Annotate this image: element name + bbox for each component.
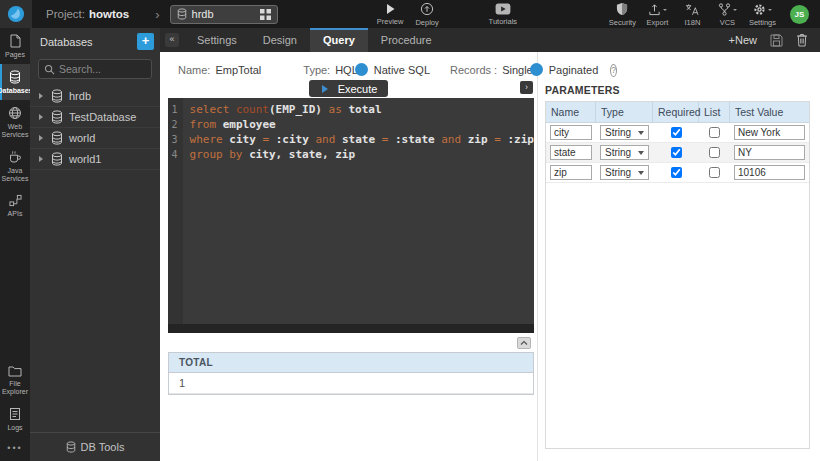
database-list-item[interactable]: hrdb [30,86,160,107]
param-testvalue-input[interactable] [734,125,805,140]
param-type-select[interactable]: String [600,125,649,140]
new-query-button[interactable]: +New [729,34,757,46]
param-required-checkbox[interactable] [671,147,682,158]
param-type-value: String [605,167,631,178]
databases-panel: Databases + hrdbTestDatabaseworldworld1 … [30,28,160,461]
param-required-cell [653,127,699,138]
param-name-input[interactable] [550,125,592,140]
topbar-action-deploy[interactable]: Deploy [411,0,444,28]
user-avatar[interactable]: JS [790,5,809,24]
topbar-action-preview[interactable]: Preview [374,0,407,28]
param-type-select[interactable]: String [600,165,649,180]
add-database-button[interactable]: + [137,33,154,50]
expand-caret-icon[interactable] [39,93,46,99]
database-icon [51,131,63,145]
code-token: total [348,103,381,116]
database-search-input[interactable] [59,63,146,75]
main-content: « SettingsDesignQueryProcedure +New Name… [160,28,820,461]
api-icon [9,194,22,207]
rail-bottom-group: File ExplorerLogs [0,359,30,437]
topbar-action-label: Deploy [415,18,438,27]
database-list-item[interactable]: world [30,128,160,149]
databases-panel-title: Databases [40,36,137,48]
database-selector[interactable]: hrdb [170,5,278,24]
sidebar-item-apis[interactable]: APIs [0,188,30,223]
topbar-action-tutorials[interactable]: Tutorials [486,0,520,28]
code-token: state [342,133,382,146]
param-row: String [546,123,809,143]
database-list-item[interactable]: TestDatabase [30,107,160,128]
records-label: Records : [450,64,497,76]
expand-caret-icon[interactable] [39,156,46,162]
param-list-checkbox[interactable] [709,147,720,158]
play-icon [385,3,396,15]
param-name-input[interactable] [550,165,592,180]
parameters-header-row: NameTypeRequiredListTest Value [546,102,809,123]
page-icon [9,34,21,48]
database-list-item[interactable]: world1 [30,149,160,170]
topbar-actions-right-items: SecurityExportI18NVCSSettings [606,0,779,28]
param-type-select[interactable]: String [600,145,649,160]
logs-icon [9,407,21,421]
execute-button[interactable]: Execute [309,80,389,97]
tab-procedure[interactable]: Procedure [368,28,445,52]
param-list-checkbox[interactable] [709,167,720,178]
tab-settings[interactable]: Settings [184,28,250,52]
tab-design[interactable]: Design [250,28,310,52]
param-list-checkbox[interactable] [709,127,720,138]
records-toggle-knob [530,63,543,76]
topbar-actions-left: PreviewDeployTutorials [374,0,520,28]
expand-caret-icon[interactable] [39,135,46,141]
topbar-action-security[interactable]: Security [606,0,639,28]
sidebar-item-databases[interactable]: Databases [0,64,30,100]
param-required-checkbox[interactable] [671,127,682,138]
sidebar-item-file-explorer[interactable]: File Explorer [0,359,30,401]
collapse-panel-button[interactable]: « [165,33,179,47]
sidebar-item-label: Java Services [2,167,29,183]
save-icon[interactable] [770,34,783,47]
sidebar-item-web-services[interactable]: Web Services [0,100,30,144]
sql-editor[interactable]: 1234 select count(EMP_ID) as totalfrom e… [168,98,534,333]
code-token: (EMP_ID) [269,103,329,116]
databases-panel-header: Databases + [30,28,160,55]
type-toggle-knob [355,63,368,76]
param-testvalue-input[interactable] [734,165,805,180]
code-token: = [382,133,395,146]
expand-caret-icon[interactable] [39,114,46,120]
collapse-results-button[interactable] [517,337,531,349]
param-list-cell [699,127,730,138]
param-testvalue-cell [730,125,809,140]
param-list-cell [699,167,730,178]
editor-h-scrollbar[interactable] [168,324,534,333]
rail-overflow-button[interactable]: ••• [0,437,30,461]
expand-params-button[interactable]: › [520,81,533,94]
topbar-action-i18n[interactable]: I18N [676,0,709,28]
param-type-value: String [605,127,631,138]
param-required-checkbox[interactable] [671,167,682,178]
database-item-label: hrdb [69,90,91,102]
topbar-action-export[interactable]: Export [641,0,674,28]
topbar-action-settings[interactable]: Settings [746,0,779,28]
trash-icon[interactable] [796,33,808,47]
param-column-header: Required [653,102,699,122]
sidebar-item-pages[interactable]: Pages [0,28,30,64]
code-token: and [441,133,468,146]
chevron-down-icon [638,171,644,178]
db-tools-button[interactable]: DB Tools [30,432,160,461]
editor-code: select count(EMP_ID) as totalfrom employ… [183,98,534,333]
param-name-input[interactable] [550,145,592,160]
param-column-header: Test Value [730,102,809,122]
code-token: :city [276,133,316,146]
sidebar-item-logs[interactable]: Logs [0,401,30,437]
code-token: where [190,133,230,146]
code-line: from employee [190,117,534,132]
tab-query[interactable]: Query [310,28,368,52]
topbar-action-vcs[interactable]: VCS [711,0,744,28]
chevron-down-icon [768,9,772,13]
app-logo[interactable] [0,0,32,28]
topbar-action-tutorials-icon-row [495,3,511,15]
line-number: 1 [168,102,178,117]
sidebar-item-java-services[interactable]: Java Services [0,144,30,188]
param-testvalue-input[interactable] [734,145,805,160]
project-breadcrumb: Project: howtos [46,8,129,20]
